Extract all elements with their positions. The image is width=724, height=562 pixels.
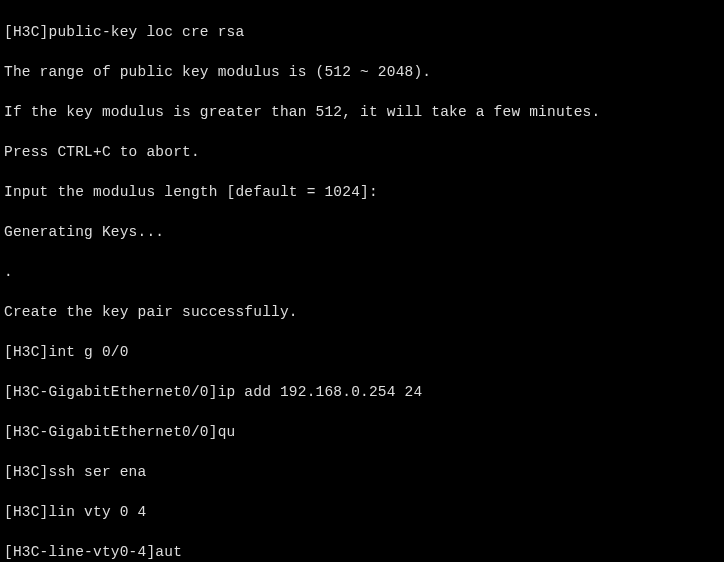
- terminal-line: Input the modulus length [default = 1024…: [4, 182, 720, 202]
- terminal-line: [H3C-GigabitEthernet0/0]ip add 192.168.0…: [4, 382, 720, 402]
- terminal-line: [H3C]lin vty 0 4: [4, 502, 720, 522]
- terminal-line: The range of public key modulus is (512 …: [4, 62, 720, 82]
- terminal-line: [H3C]public-key loc cre rsa: [4, 22, 720, 42]
- terminal-line: [H3C]ssh ser ena: [4, 462, 720, 482]
- terminal-line: Generating Keys...: [4, 222, 720, 242]
- terminal-line: [H3C]int g 0/0: [4, 342, 720, 362]
- terminal-line: If the key modulus is greater than 512, …: [4, 102, 720, 122]
- terminal-line: [H3C-line-vty0-4]aut: [4, 542, 720, 562]
- terminal-line: Create the key pair successfully.: [4, 302, 720, 322]
- terminal-output[interactable]: [H3C]public-key loc cre rsa The range of…: [0, 0, 724, 562]
- terminal-line: [H3C-GigabitEthernet0/0]qu: [4, 422, 720, 442]
- terminal-line: .: [4, 262, 720, 282]
- terminal-line: Press CTRL+C to abort.: [4, 142, 720, 162]
